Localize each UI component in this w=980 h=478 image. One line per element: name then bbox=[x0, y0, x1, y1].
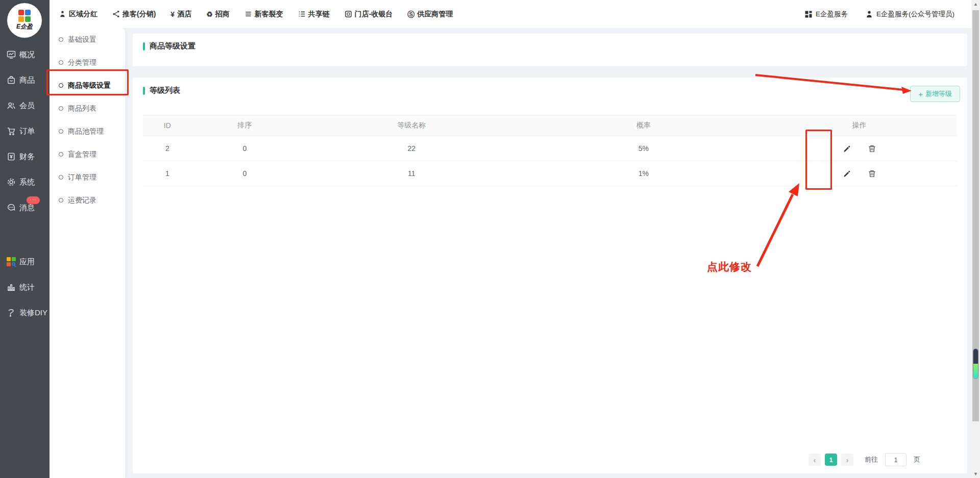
circled-s-icon: Ⓢ bbox=[407, 11, 414, 18]
topnav-label: 酒店 bbox=[177, 10, 191, 19]
vertical-scrollbar[interactable]: ▲ ▼ bbox=[971, 0, 980, 478]
topnav-item-promoter-distribution[interactable]: 推客(分销) bbox=[112, 10, 156, 19]
scroll-extension-widget bbox=[973, 348, 978, 379]
submenu-label: 盲盒管理 bbox=[68, 150, 96, 159]
page-title-card: 商品等级设置 bbox=[133, 34, 967, 66]
sidebar-item-messages[interactable]: 消息 ··· bbox=[0, 195, 50, 220]
topnav-item-region-dividend[interactable]: 区域分红 bbox=[59, 10, 97, 19]
next-page-button[interactable]: › bbox=[841, 454, 853, 466]
topnav-item-new-customer-fission[interactable]: 新客裂变 bbox=[244, 10, 283, 19]
grid-icon bbox=[804, 10, 813, 18]
sidebar-item-label: 财务 bbox=[19, 152, 35, 162]
topnav-service-menu[interactable]: E企盈服务 bbox=[804, 10, 848, 19]
submenu-item-product-list[interactable]: 商品列表 bbox=[50, 97, 125, 120]
brand-logo[interactable]: E企盈 bbox=[7, 3, 42, 38]
add-level-label: 新增等级 bbox=[925, 89, 952, 98]
secondary-sidebar: 基础设置 分类管理 商品等级设置 商品列表 商品池管理 盲盒管理 订单管理 运 bbox=[50, 28, 125, 478]
submenu-item-blind-box-management[interactable]: 盲盒管理 bbox=[50, 143, 125, 166]
primary-sidebar: E企盈 概况 商品 会员 订单 财务 bbox=[0, 0, 50, 478]
circle-icon bbox=[59, 198, 63, 203]
sidebar-item-label: 消息 bbox=[19, 203, 35, 213]
sidebar-item-statistics[interactable]: 统计 bbox=[0, 274, 50, 300]
topnav-account-menu[interactable]: E企盈服务(公众号管理员) bbox=[865, 10, 954, 19]
topnav-item-share-chain[interactable]: 共享链 bbox=[298, 10, 330, 19]
sidebar-item-label: 商品 bbox=[19, 76, 35, 85]
circle-icon bbox=[59, 83, 63, 88]
circle-icon bbox=[59, 129, 63, 134]
sidebar-item-label: 统计 bbox=[19, 283, 35, 292]
share-icon bbox=[112, 10, 120, 18]
admin-page: E企盈 概况 商品 会员 订单 财务 bbox=[0, 0, 980, 478]
sidebar-item-members[interactable]: 会员 bbox=[0, 93, 50, 118]
table-row: 2 0 22 5% bbox=[143, 136, 957, 161]
plus-icon: + bbox=[918, 90, 923, 98]
sidebar-item-products[interactable]: 商品 bbox=[0, 67, 50, 93]
topnav-label: 推客(分销) bbox=[122, 10, 156, 19]
sidebar-item-label: 系统 bbox=[19, 178, 35, 187]
topnav-label: 门店-收银台 bbox=[355, 10, 393, 19]
brand-logo-icon bbox=[18, 10, 31, 22]
topnav-item-investment[interactable]: ♻ 招商 bbox=[206, 10, 230, 19]
current-page-button[interactable]: 1 bbox=[825, 454, 837, 466]
top-navbar: 区域分红 推客(分销) ¥ 酒店 ♻ 招商 新客裂变 共享链 门店-收银台 Ⓢ … bbox=[50, 0, 980, 28]
scroll-up-icon[interactable]: ▲ bbox=[971, 2, 980, 7]
topnav-service-label: E企盈服务 bbox=[816, 10, 848, 19]
submenu-item-category-management[interactable]: 分类管理 bbox=[50, 51, 125, 74]
col-header-level-name: 等级名称 bbox=[298, 115, 526, 136]
topnav-label: 区域分红 bbox=[69, 10, 97, 19]
sidebar-item-label: 订单 bbox=[19, 127, 35, 136]
message-icon bbox=[7, 203, 16, 212]
delete-button[interactable] bbox=[867, 143, 877, 154]
circle-icon bbox=[59, 37, 63, 42]
scroll-down-icon[interactable]: ▼ bbox=[971, 471, 980, 476]
topnav-item-store-cashier[interactable]: 门店-收银台 bbox=[345, 10, 393, 19]
sidebar-item-finance[interactable]: 财务 bbox=[0, 144, 50, 169]
submenu-item-product-level-settings[interactable]: 商品等级设置 bbox=[50, 74, 125, 97]
finance-icon bbox=[7, 152, 16, 161]
sidebar-item-apps[interactable]: 应用 bbox=[0, 249, 50, 274]
edit-button[interactable] bbox=[842, 168, 852, 179]
edit-button[interactable] bbox=[842, 143, 852, 154]
sidebar-item-label: 会员 bbox=[19, 101, 35, 111]
col-header-actions: 操作 bbox=[762, 115, 957, 136]
apps-icon bbox=[7, 257, 16, 266]
table-header-row: ID 排序 等级名称 概率 操作 bbox=[143, 115, 957, 136]
prev-page-button[interactable]: ‹ bbox=[808, 454, 821, 466]
topnav-item-hotel[interactable]: ¥ 酒店 bbox=[170, 10, 191, 19]
submenu-label: 商品池管理 bbox=[68, 127, 104, 136]
topnav-account-label: E企盈服务(公众号管理员) bbox=[876, 10, 954, 19]
sidebar-item-label: 装修DIY bbox=[19, 308, 47, 318]
col-header-probability: 概率 bbox=[526, 115, 762, 136]
submenu-label: 商品等级设置 bbox=[68, 81, 111, 90]
circle-icon bbox=[59, 60, 63, 65]
cell-probability: 5% bbox=[526, 136, 762, 161]
section-title: 等级列表 bbox=[150, 86, 180, 95]
submenu-item-product-pool-management[interactable]: 商品池管理 bbox=[50, 120, 125, 143]
cell-id: 1 bbox=[143, 161, 192, 186]
main-content: 商品等级设置 等级列表 + 新增等级 ID 排序 bbox=[125, 28, 971, 478]
sidebar-item-label: 概况 bbox=[19, 50, 35, 60]
brand-logo-text: E企盈 bbox=[16, 22, 33, 31]
circle-icon bbox=[59, 106, 63, 111]
yen-icon: ¥ bbox=[170, 11, 175, 18]
add-level-button[interactable]: + 新增等级 bbox=[910, 86, 960, 102]
members-icon bbox=[7, 101, 16, 110]
gear-icon bbox=[7, 178, 16, 187]
submenu-item-order-management[interactable]: 订单管理 bbox=[50, 166, 125, 189]
sidebar-item-system[interactable]: 系统 bbox=[0, 169, 50, 195]
submenu-label: 分类管理 bbox=[68, 58, 96, 67]
sidebar-item-orders[interactable]: 订单 bbox=[0, 118, 50, 144]
sidebar-item-decoration-diy[interactable]: 装修DIY bbox=[0, 300, 50, 325]
goto-page-input[interactable] bbox=[885, 453, 906, 466]
delete-button[interactable] bbox=[867, 168, 877, 179]
sidebar-item-overview[interactable]: 概况 bbox=[0, 42, 50, 67]
menu-lines-icon bbox=[244, 10, 252, 18]
cell-sort: 0 bbox=[192, 161, 298, 186]
submenu-item-freight-records[interactable]: 运费记录 bbox=[50, 189, 125, 212]
submenu-label: 商品列表 bbox=[68, 104, 96, 113]
topnav-item-supplier-management[interactable]: Ⓢ 供应商管理 bbox=[407, 10, 453, 19]
accent-bar bbox=[143, 87, 145, 95]
cell-probability: 1% bbox=[526, 161, 762, 186]
circle-icon bbox=[59, 175, 63, 180]
submenu-item-basic-settings[interactable]: 基础设置 bbox=[50, 28, 125, 51]
